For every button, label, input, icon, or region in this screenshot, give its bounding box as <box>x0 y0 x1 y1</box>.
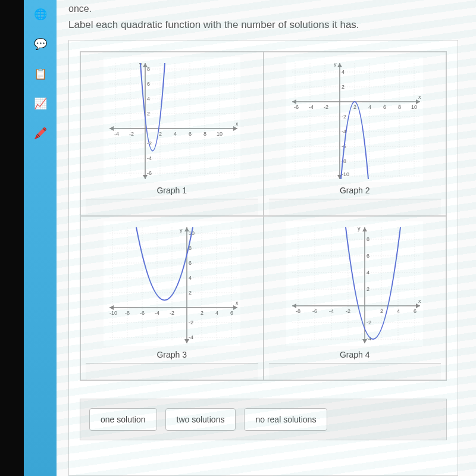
graph-cell-2: -6 -4 -2 2 4 6 8 10 2 4 -2 -4 -6 -8 <box>264 52 447 216</box>
svg-text:-4: -4 <box>147 155 152 161</box>
svg-text:8: 8 <box>367 236 369 242</box>
graphs-grid: -2 -4 2 4 6 8 10 2 4 6 8 -2 -4 -6 <box>80 51 447 381</box>
svg-text:4: 4 <box>189 275 192 281</box>
graph-3-plot: -10 -8 -6 -4 -2 2 4 6 2 4 6 8 10 -2 <box>104 221 240 346</box>
graph-2-label: Graph 2 <box>340 182 370 199</box>
svg-text:-10: -10 <box>342 171 349 177</box>
svg-text:x: x <box>236 300 239 306</box>
svg-text:2: 2 <box>342 84 345 90</box>
graph-3-dropzone[interactable] <box>86 363 258 380</box>
svg-text:2: 2 <box>367 286 369 292</box>
svg-text:4: 4 <box>342 69 345 75</box>
svg-text:4: 4 <box>368 104 371 110</box>
graph-4-dropzone[interactable] <box>269 363 441 380</box>
svg-marker-128 <box>416 303 420 308</box>
svg-text:4: 4 <box>215 310 218 316</box>
svg-text:4: 4 <box>174 131 177 137</box>
globe-icon[interactable]: 🌐 <box>31 5 50 24</box>
tile-no-real-solutions[interactable]: no real solutions <box>244 408 327 431</box>
graph-cell-4: -8 -6 -4 -2 2 4 6 2 4 6 8 -2 -4 x <box>264 216 447 380</box>
svg-text:8: 8 <box>147 66 150 72</box>
tile-one-solution[interactable]: one solution <box>89 408 157 431</box>
graph-1-dropzone[interactable] <box>86 199 258 215</box>
graph-3-label: Graph 3 <box>156 346 187 363</box>
svg-text:-4: -4 <box>189 334 193 340</box>
graph-1-plot: -2 -4 2 4 6 8 10 2 4 6 8 -2 -4 -6 <box>104 57 240 182</box>
svg-text:x: x <box>236 121 239 127</box>
answer-tiles-tray: one solution two solutions no real solut… <box>80 399 447 440</box>
svg-text:-4: -4 <box>329 308 334 314</box>
svg-text:-2: -2 <box>170 310 174 316</box>
svg-text:2: 2 <box>201 310 203 316</box>
instruction-fragment: once. <box>68 4 458 14</box>
svg-text:6: 6 <box>189 131 192 137</box>
graph-cell-3: -10 -8 -6 -4 -2 2 4 6 2 4 6 8 10 -2 <box>80 216 264 380</box>
app-sidebar: 🌐 💬 📋 📈 🖍️ <box>24 0 57 476</box>
svg-text:-4: -4 <box>155 310 159 316</box>
svg-marker-92 <box>233 305 237 310</box>
graph-4-plot: -8 -6 -4 -2 2 4 6 2 4 6 8 -2 -4 x <box>286 221 423 346</box>
svg-text:8: 8 <box>203 131 206 137</box>
svg-text:6: 6 <box>147 81 150 87</box>
svg-marker-17 <box>233 126 237 131</box>
worksheet-panel: -2 -4 2 4 6 8 10 2 4 6 8 -2 -4 -6 <box>68 40 458 476</box>
graph-2-dropzone[interactable] <box>269 199 441 215</box>
svg-text:x: x <box>418 298 421 304</box>
svg-marker-129 <box>292 303 296 308</box>
svg-text:-6: -6 <box>140 310 145 316</box>
svg-text:-2: -2 <box>189 320 193 325</box>
svg-text:y: y <box>334 61 337 67</box>
svg-text:2: 2 <box>147 111 150 117</box>
instruction-text: Label each quadratic function with the n… <box>68 19 458 31</box>
list-icon[interactable]: 📋 <box>31 64 50 83</box>
svg-text:6: 6 <box>414 308 416 314</box>
svg-text:6: 6 <box>230 310 233 316</box>
svg-text:-4: -4 <box>309 104 314 110</box>
svg-text:-8: -8 <box>296 308 300 314</box>
svg-marker-93 <box>109 305 114 310</box>
svg-text:-2: -2 <box>367 320 371 325</box>
tile-two-solutions[interactable]: two solutions <box>165 408 236 431</box>
graph-cell-1: -2 -4 2 4 6 8 10 2 4 6 8 -2 -4 -6 <box>80 52 264 216</box>
svg-text:-2: -2 <box>342 114 346 120</box>
svg-text:10: 10 <box>411 104 417 110</box>
svg-text:y: y <box>180 227 183 233</box>
svg-text:-2: -2 <box>346 308 350 314</box>
svg-text:-2: -2 <box>129 131 134 137</box>
highlighter-icon[interactable]: 🖍️ <box>31 124 50 143</box>
svg-text:2: 2 <box>189 290 192 296</box>
svg-text:10: 10 <box>217 131 223 137</box>
svg-text:6: 6 <box>367 253 369 259</box>
svg-text:6: 6 <box>189 260 192 266</box>
svg-marker-55 <box>292 99 296 104</box>
svg-text:8: 8 <box>398 104 401 110</box>
main-content: once. Label each quadratic function with… <box>57 0 476 476</box>
svg-text:2: 2 <box>353 104 356 110</box>
svg-text:4: 4 <box>367 270 369 275</box>
svg-marker-18 <box>109 126 114 131</box>
svg-text:-2: -2 <box>324 104 328 110</box>
svg-text:-10: -10 <box>109 310 117 316</box>
svg-text:-4: -4 <box>114 131 119 137</box>
graph-4-label: Graph 4 <box>340 346 370 363</box>
svg-text:6: 6 <box>383 104 386 110</box>
graph-2-plot: -6 -4 -2 2 4 6 8 10 2 4 -2 -4 -6 -8 <box>286 57 423 182</box>
svg-marker-54 <box>416 99 420 104</box>
svg-marker-56 <box>337 63 342 67</box>
svg-text:-6: -6 <box>312 308 317 314</box>
svg-text:4: 4 <box>397 308 400 314</box>
svg-marker-130 <box>362 227 367 231</box>
svg-text:x: x <box>418 94 421 100</box>
left-dark-edge <box>0 0 24 476</box>
graph-1-label: Graph 1 <box>156 182 187 199</box>
chart-icon[interactable]: 📈 <box>31 94 50 113</box>
chat-icon[interactable]: 💬 <box>31 35 50 54</box>
svg-text:2: 2 <box>380 308 383 314</box>
svg-text:-8: -8 <box>125 310 130 316</box>
svg-text:y: y <box>358 226 361 231</box>
svg-text:2: 2 <box>159 131 162 137</box>
svg-text:4: 4 <box>147 96 150 102</box>
svg-text:-6: -6 <box>147 170 152 176</box>
svg-text:-6: -6 <box>294 104 299 110</box>
